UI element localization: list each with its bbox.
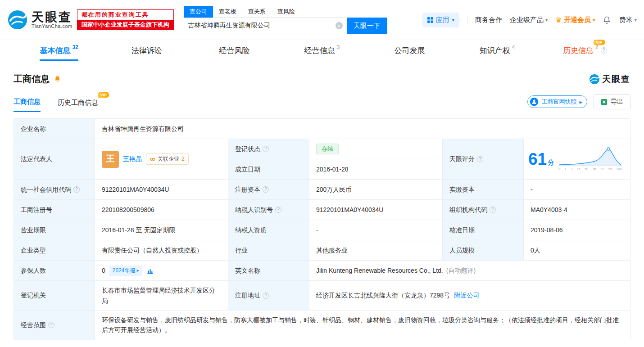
score-curve <box>558 147 621 167</box>
tab-label: 法律诉讼 <box>132 45 162 56</box>
reg-number-value: 220108200509806 <box>95 200 228 220</box>
official-snapshot-label: 工商官网快照 <box>541 98 576 106</box>
tab-history-info[interactable]: 历史信息 2 VIP ? <box>541 40 629 61</box>
tyc-score-label: 天眼评分 ? <box>443 139 524 180</box>
business-cooperation-link[interactable]: 商务合作 <box>475 16 502 24</box>
help-icon[interactable]: ? <box>263 146 269 152</box>
subtab-history-business-info[interactable]: 历史工商信息 VIP <box>58 99 98 112</box>
export-button[interactable]: 导出 <box>594 94 630 109</box>
legal-rep-label: 法定代表人 <box>14 139 95 180</box>
approval-date-value: 2019-08-06 <box>524 220 630 240</box>
search-tab-boss[interactable]: 查老板 <box>213 6 242 18</box>
reg-status-value: 存续 <box>309 139 443 159</box>
help-icon[interactable]: ? <box>48 322 54 328</box>
business-scope-value: 环保设备研发与销售，废旧纺织品研发与销售，防寒大棚被加工与销售，时装、针织品、钢… <box>95 311 630 340</box>
establish-date-label: 成立日期 <box>228 159 309 180</box>
tab-count: 4 <box>512 44 515 50</box>
credit-code-label: 统一社会信用代码 ? <box>14 180 95 200</box>
taxpayer-id-value: 91220101MA0Y40034U <box>309 200 443 220</box>
subtab-label: 历史工商信息 <box>58 99 98 107</box>
tab-label: 公司发展 <box>395 45 425 56</box>
tab-operation-risk[interactable]: 经营风险 <box>190 40 278 61</box>
annual-report-badge[interactable]: 2024年报 ▸ <box>109 266 142 276</box>
search-row: × 天眼一下 <box>184 18 387 34</box>
search-tab-company[interactable]: 查公司 <box>184 6 213 18</box>
tab-operation-info[interactable]: 经营信息 3 <box>278 40 366 61</box>
staff-size-value: 0人 <box>524 240 630 261</box>
nearby-companies-link[interactable]: 附近公司 <box>454 290 479 300</box>
bell-icon <box>603 16 611 24</box>
score-axis-ticks: 0131550859799100 <box>558 167 621 171</box>
auto-translate-note: (自动翻译) <box>446 266 476 275</box>
org-code-value: MA0Y4003-4 <box>524 200 630 220</box>
tab-legal-proceedings[interactable]: 法律诉讼 <box>103 40 191 61</box>
tyc-score-value[interactable]: 61分 0131550859799100 <box>524 139 630 180</box>
help-icon[interactable]: ? <box>601 47 607 54</box>
company-name-label: 企业名称 <box>14 119 95 139</box>
business-scope-label: 经营范围 ? <box>14 311 95 340</box>
tab-intellectual-property[interactable]: 知识产权 4 <box>454 40 541 61</box>
tab-basic-info[interactable]: 基本信息 32 <box>15 40 103 61</box>
insured-chart-icon[interactable] <box>147 267 154 274</box>
search-tab-risk[interactable]: 查风险 <box>272 6 301 18</box>
company-type-label: 企业类型 <box>14 240 95 261</box>
help-icon[interactable]: ? <box>275 207 281 213</box>
tab-count: 32 <box>73 44 78 50</box>
legal-rep-avatar[interactable]: 王 <box>102 151 119 168</box>
reg-number-label: 工商注册号 <box>14 200 95 220</box>
subscribe-bell-button[interactable] <box>54 75 61 83</box>
reg-capital-value: 200万人民币 <box>309 180 443 200</box>
bell-icon <box>54 75 61 83</box>
apps-label: 应用 <box>436 16 449 24</box>
brand-domain: TianYanCha.com <box>32 23 73 29</box>
notifications-button[interactable] <box>603 16 611 24</box>
subtab-business-info[interactable]: 工商信息 <box>14 98 41 112</box>
search-box: × <box>184 18 347 34</box>
chevron-down-icon: ▾ <box>593 17 595 23</box>
apps-menu[interactable]: 应用 ▾ <box>422 13 460 27</box>
tab-company-development[interactable]: 公司发展 <box>366 40 454 61</box>
staff-size-label: 人员规模 <box>443 240 524 261</box>
score-distribution-chart: 0131550859799100 <box>558 147 621 171</box>
apps-grid-icon <box>427 17 433 23</box>
approval-date-label: 核准日期 <box>443 220 524 240</box>
help-icon[interactable]: ? <box>490 207 496 213</box>
score-number: 61分 <box>528 151 554 167</box>
search-tab-relation[interactable]: 查关系 <box>242 6 272 18</box>
tab-label: 历史信息 <box>563 45 594 56</box>
clear-search-icon[interactable]: × <box>336 22 343 29</box>
legal-rep-name-link[interactable]: 王艳晶 <box>123 154 142 164</box>
help-icon[interactable]: ? <box>263 186 269 193</box>
status-badge: 存续 <box>316 144 339 154</box>
official-snapshot-icon <box>530 97 539 106</box>
help-icon[interactable]: ? <box>263 293 269 299</box>
search-input[interactable] <box>188 22 336 29</box>
business-term-value: 2016-01-28 至 无固定期限 <box>95 220 228 240</box>
english-name-value: Jilin Kunteng Renewable Resources Co., L… <box>309 261 630 281</box>
open-vip-menu[interactable]: ♛ 开通会员 ▾ <box>556 16 595 24</box>
chevron-down-icon: ▾ <box>545 17 548 23</box>
paid-capital-label: 实缴资本 <box>443 180 524 200</box>
top-header: 天眼查 TianYanCha.com 都在用的商业查询工具 国家中小企业发展子基… <box>0 0 644 40</box>
excel-export-icon <box>601 99 608 105</box>
search-button[interactable]: 天眼一下 <box>347 18 387 34</box>
official-snapshot-button[interactable]: 工商官网快照 ▸ <box>527 95 587 108</box>
search-tabs: 查公司 查老板 查关系 查风险 <box>184 6 387 18</box>
tianyancha-logo[interactable]: 天眼查 TianYanCha.com <box>7 9 73 30</box>
help-icon[interactable]: ? <box>73 186 80 193</box>
help-icon[interactable]: ? <box>477 156 483 162</box>
arrow-right-icon: ▸ <box>579 99 582 105</box>
paid-capital-value: - <box>524 180 630 200</box>
related-companies-badge[interactable]: 关联企业 2 <box>146 153 189 165</box>
related-companies-icon <box>150 157 155 162</box>
related-companies-label: 关联企业 <box>158 155 179 163</box>
brand-name: 天眼查 <box>32 11 73 23</box>
user-menu[interactable]: 费米 ▾ <box>619 16 637 24</box>
slogan-line-2: 国家中小企业发展子基金旗下机构 <box>77 20 173 30</box>
watermark-text: 天眼查 <box>602 73 630 85</box>
watermark-logo: 天眼查 <box>589 73 630 85</box>
enterprise-products-menu[interactable]: 企业级产品 ▾ <box>510 16 548 24</box>
vip-badge: VIP <box>594 40 605 45</box>
slogan-line-1: 都在用的商业查询工具 <box>77 10 173 20</box>
tab-label: 经营风险 <box>219 45 249 56</box>
